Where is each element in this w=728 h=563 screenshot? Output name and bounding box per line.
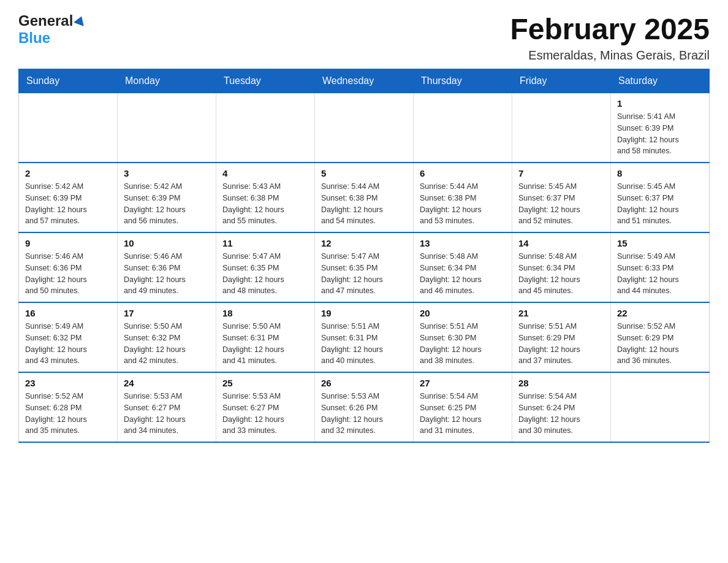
day-number: 13 [420, 238, 506, 248]
day-number: 21 [518, 308, 604, 318]
day-number: 24 [124, 378, 210, 388]
day-info: Sunrise: 5:48 AM Sunset: 6:34 PM Dayligh… [420, 251, 506, 297]
calendar-table: SundayMondayTuesdayWednesdayThursdayFrid… [18, 69, 710, 443]
day-number: 19 [321, 308, 407, 318]
svg-marker-0 [74, 16, 85, 26]
day-number: 28 [518, 378, 604, 388]
calendar-cell: 19Sunrise: 5:51 AM Sunset: 6:31 PM Dayli… [315, 302, 414, 372]
calendar-cell [19, 93, 118, 163]
day-number: 25 [222, 378, 308, 388]
calendar-cell: 26Sunrise: 5:53 AM Sunset: 6:26 PM Dayli… [315, 372, 414, 442]
calendar-cell: 16Sunrise: 5:49 AM Sunset: 6:32 PM Dayli… [19, 302, 118, 372]
calendar-body: 1Sunrise: 5:41 AM Sunset: 6:39 PM Daylig… [19, 93, 710, 443]
weekday-header-saturday: Saturday [611, 69, 710, 93]
calendar-cell: 4Sunrise: 5:43 AM Sunset: 6:38 PM Daylig… [216, 163, 315, 232]
weekday-header-wednesday: Wednesday [315, 69, 414, 93]
day-number: 26 [321, 378, 407, 388]
day-info: Sunrise: 5:46 AM Sunset: 6:36 PM Dayligh… [124, 251, 210, 297]
day-info: Sunrise: 5:49 AM Sunset: 6:32 PM Dayligh… [25, 321, 111, 367]
weekday-header-tuesday: Tuesday [216, 69, 315, 93]
day-info: Sunrise: 5:53 AM Sunset: 6:27 PM Dayligh… [124, 391, 210, 437]
day-number: 7 [518, 168, 604, 178]
calendar-cell: 24Sunrise: 5:53 AM Sunset: 6:27 PM Dayli… [118, 372, 216, 442]
weekday-header-sunday: Sunday [19, 69, 118, 93]
day-info: Sunrise: 5:43 AM Sunset: 6:38 PM Dayligh… [222, 181, 308, 227]
day-number: 27 [420, 378, 506, 388]
day-info: Sunrise: 5:49 AM Sunset: 6:33 PM Dayligh… [617, 251, 703, 297]
calendar-cell: 9Sunrise: 5:46 AM Sunset: 6:36 PM Daylig… [19, 232, 118, 302]
day-info: Sunrise: 5:48 AM Sunset: 6:34 PM Dayligh… [518, 251, 604, 297]
day-number: 12 [321, 238, 407, 248]
logo: General Blue [18, 12, 85, 47]
calendar-cell: 1Sunrise: 5:41 AM Sunset: 6:39 PM Daylig… [611, 93, 710, 163]
calendar-cell [315, 93, 414, 163]
weekday-header-friday: Friday [512, 69, 611, 93]
day-info: Sunrise: 5:51 AM Sunset: 6:31 PM Dayligh… [321, 321, 407, 367]
day-number: 18 [222, 308, 308, 318]
calendar-week-row: 9Sunrise: 5:46 AM Sunset: 6:36 PM Daylig… [19, 232, 710, 302]
day-number: 1 [617, 98, 703, 109]
day-info: Sunrise: 5:42 AM Sunset: 6:39 PM Dayligh… [25, 181, 111, 227]
calendar-cell: 20Sunrise: 5:51 AM Sunset: 6:30 PM Dayli… [414, 302, 512, 372]
day-number: 23 [25, 378, 111, 388]
calendar-cell: 5Sunrise: 5:44 AM Sunset: 6:38 PM Daylig… [315, 163, 414, 232]
page-header: General Blue February 2025 Esmeraldas, M… [18, 12, 710, 63]
day-number: 22 [617, 308, 703, 318]
calendar-cell [118, 93, 216, 163]
day-info: Sunrise: 5:53 AM Sunset: 6:27 PM Dayligh… [222, 391, 308, 437]
weekday-header-monday: Monday [118, 69, 216, 93]
day-number: 15 [617, 238, 703, 248]
day-number: 14 [518, 238, 604, 248]
day-info: Sunrise: 5:52 AM Sunset: 6:28 PM Dayligh… [25, 391, 111, 437]
calendar-cell: 2Sunrise: 5:42 AM Sunset: 6:39 PM Daylig… [19, 163, 118, 232]
month-title: February 2025 [510, 12, 710, 46]
weekday-header-row: SundayMondayTuesdayWednesdayThursdayFrid… [19, 69, 710, 93]
day-number: 17 [124, 308, 210, 318]
day-info: Sunrise: 5:50 AM Sunset: 6:32 PM Dayligh… [124, 321, 210, 367]
calendar-cell: 14Sunrise: 5:48 AM Sunset: 6:34 PM Dayli… [512, 232, 611, 302]
day-info: Sunrise: 5:54 AM Sunset: 6:24 PM Dayligh… [518, 391, 604, 437]
calendar-cell: 11Sunrise: 5:47 AM Sunset: 6:35 PM Dayli… [216, 232, 315, 302]
calendar-cell: 3Sunrise: 5:42 AM Sunset: 6:39 PM Daylig… [118, 163, 216, 232]
weekday-header-thursday: Thursday [414, 69, 512, 93]
title-section: February 2025 Esmeraldas, Minas Gerais, … [510, 12, 710, 63]
calendar-cell: 15Sunrise: 5:49 AM Sunset: 6:33 PM Dayli… [611, 232, 710, 302]
calendar-cell: 28Sunrise: 5:54 AM Sunset: 6:24 PM Dayli… [512, 372, 611, 442]
day-number: 2 [25, 168, 111, 178]
day-number: 6 [420, 168, 506, 178]
day-info: Sunrise: 5:52 AM Sunset: 6:29 PM Dayligh… [617, 321, 703, 367]
calendar-cell: 10Sunrise: 5:46 AM Sunset: 6:36 PM Dayli… [118, 232, 216, 302]
day-info: Sunrise: 5:45 AM Sunset: 6:37 PM Dayligh… [518, 181, 604, 227]
calendar-cell: 27Sunrise: 5:54 AM Sunset: 6:25 PM Dayli… [414, 372, 512, 442]
calendar-cell: 12Sunrise: 5:47 AM Sunset: 6:35 PM Dayli… [315, 232, 414, 302]
logo-blue-text: Blue [18, 29, 50, 46]
day-info: Sunrise: 5:41 AM Sunset: 6:39 PM Dayligh… [617, 111, 703, 157]
calendar-week-row: 23Sunrise: 5:52 AM Sunset: 6:28 PM Dayli… [19, 372, 710, 442]
calendar-cell: 25Sunrise: 5:53 AM Sunset: 6:27 PM Dayli… [216, 372, 315, 442]
calendar-cell [611, 372, 710, 442]
day-number: 3 [124, 168, 210, 178]
day-info: Sunrise: 5:50 AM Sunset: 6:31 PM Dayligh… [222, 321, 308, 367]
day-info: Sunrise: 5:47 AM Sunset: 6:35 PM Dayligh… [222, 251, 308, 297]
calendar-cell: 18Sunrise: 5:50 AM Sunset: 6:31 PM Dayli… [216, 302, 315, 372]
calendar-cell [414, 93, 512, 163]
day-info: Sunrise: 5:44 AM Sunset: 6:38 PM Dayligh… [321, 181, 407, 227]
day-number: 8 [617, 168, 703, 178]
calendar-header: SundayMondayTuesdayWednesdayThursdayFrid… [19, 69, 710, 93]
day-number: 16 [25, 308, 111, 318]
calendar-cell: 7Sunrise: 5:45 AM Sunset: 6:37 PM Daylig… [512, 163, 611, 232]
day-info: Sunrise: 5:45 AM Sunset: 6:37 PM Dayligh… [617, 181, 703, 227]
calendar-cell [216, 93, 315, 163]
day-number: 11 [222, 238, 308, 248]
calendar-cell: 13Sunrise: 5:48 AM Sunset: 6:34 PM Dayli… [414, 232, 512, 302]
day-info: Sunrise: 5:47 AM Sunset: 6:35 PM Dayligh… [321, 251, 407, 297]
calendar-week-row: 1Sunrise: 5:41 AM Sunset: 6:39 PM Daylig… [19, 93, 710, 163]
day-info: Sunrise: 5:46 AM Sunset: 6:36 PM Dayligh… [25, 251, 111, 297]
calendar-cell: 21Sunrise: 5:51 AM Sunset: 6:29 PM Dayli… [512, 302, 611, 372]
day-number: 5 [321, 168, 407, 178]
day-info: Sunrise: 5:51 AM Sunset: 6:29 PM Dayligh… [518, 321, 604, 367]
calendar-week-row: 16Sunrise: 5:49 AM Sunset: 6:32 PM Dayli… [19, 302, 710, 372]
calendar-cell: 8Sunrise: 5:45 AM Sunset: 6:37 PM Daylig… [611, 163, 710, 232]
day-number: 10 [124, 238, 210, 248]
calendar-week-row: 2Sunrise: 5:42 AM Sunset: 6:39 PM Daylig… [19, 163, 710, 232]
